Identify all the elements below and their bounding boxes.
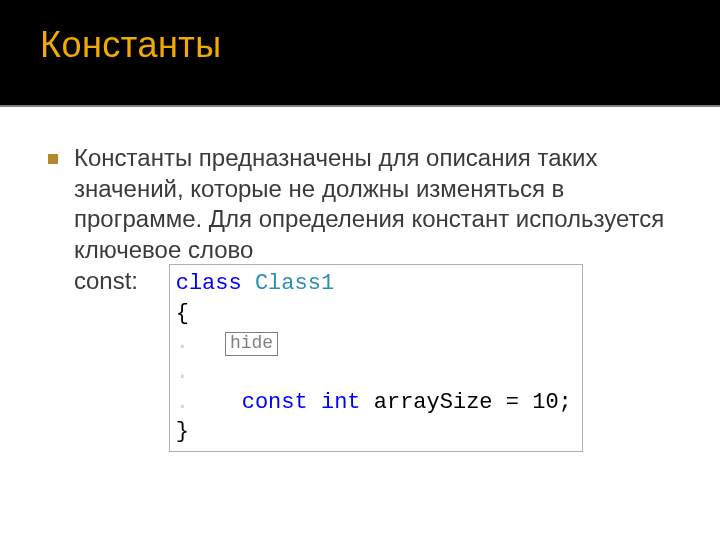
class-name: Class1 [255, 271, 334, 296]
brace-close: } [176, 419, 189, 444]
keyword-class: class [176, 271, 242, 296]
keyword-int: int [321, 390, 361, 415]
gutter-dots: . [176, 390, 189, 415]
gutter-dots: . [176, 330, 189, 355]
brace-open: { [176, 301, 189, 326]
slide-header: Константы [0, 0, 720, 105]
const-keyword-text: const: [74, 267, 138, 294]
bullet-marker [48, 154, 58, 164]
code-snippet: class Class1 { .hide . . const int array… [169, 264, 583, 452]
gutter-dots: . [176, 360, 189, 385]
slide-title: Константы [40, 24, 680, 66]
var-declaration: arraySize = 10; [374, 390, 572, 415]
hide-region-tag: hide [225, 332, 278, 356]
slide-body: Константы предназначены для описания так… [0, 107, 720, 454]
paragraph-block: Константы предназначены для описания так… [74, 143, 672, 454]
paragraph-text: Константы предназначены для описания так… [74, 144, 664, 263]
bullet-item: Константы предназначены для описания так… [48, 143, 672, 454]
keyword-const: const [242, 390, 308, 415]
